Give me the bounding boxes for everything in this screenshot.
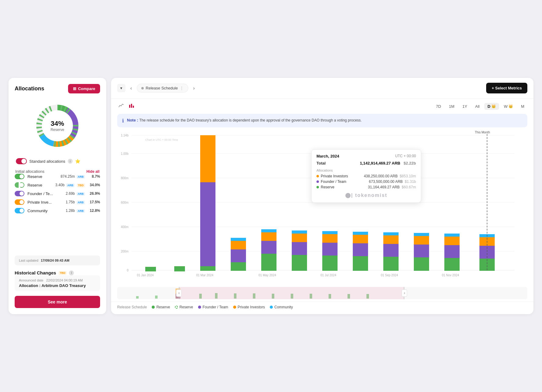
scrubber-area: ⏸ ⏸ bbox=[111, 285, 533, 302]
svg-text:01 Nov 2024: 01 Nov 2024 bbox=[442, 274, 459, 277]
initial-allocations-section: Initial allocations Hide all Reserve 874… bbox=[15, 169, 100, 213]
dropdown-button[interactable]: ▾ bbox=[117, 84, 125, 92]
alloc-item-private: Private Inve... 1.75b ARB 17.5% bbox=[15, 199, 100, 205]
alloc-toggle-reserve-1[interactable] bbox=[15, 174, 24, 179]
svg-rect-6 bbox=[129, 105, 130, 108]
right-panel: ▾ ‹ Release Schedule ⋮ › + Select Metric… bbox=[111, 78, 533, 314]
svg-rect-37 bbox=[292, 255, 307, 271]
nav-next-button[interactable]: › bbox=[191, 84, 197, 92]
chart-header-left: ▾ ‹ Release Schedule ⋮ › bbox=[117, 84, 197, 93]
svg-text:01 Mar 2024: 01 Mar 2024 bbox=[196, 274, 214, 277]
svg-text:200m: 200m bbox=[121, 250, 128, 253]
alloc-pct-community: 12.8% bbox=[89, 209, 100, 213]
legend-item-reserve: Reserve bbox=[152, 305, 170, 309]
schedule-pill[interactable]: Release Schedule ⋮ bbox=[137, 84, 188, 93]
alloc-toggle-founder[interactable] bbox=[15, 191, 24, 196]
time-m-button[interactable]: M bbox=[518, 103, 527, 110]
tooltip-row-private: Private Investors 438,250,000.00 ARB $85… bbox=[316, 174, 416, 178]
legend-item-reserve-dashed: Reserve bbox=[175, 305, 193, 309]
svg-text:600m: 600m bbox=[121, 201, 128, 204]
svg-rect-56 bbox=[414, 233, 429, 236]
tooltip-header: March, 2024 UTC + 00:00 bbox=[316, 154, 416, 158]
time-1y-button[interactable]: 1Y bbox=[459, 103, 470, 110]
svg-rect-25 bbox=[174, 266, 185, 271]
alloc-item-reserve-1: Reserve 874.25m ARB 8.7% bbox=[15, 174, 100, 179]
scrubber-track[interactable]: ⏸ ⏸ bbox=[117, 287, 527, 299]
alloc-section-header: Initial allocations Hide all bbox=[15, 169, 100, 174]
legend-dot-founder bbox=[198, 306, 201, 309]
scrubber-handle-left[interactable]: ⏸ bbox=[176, 289, 182, 297]
panel-header: Allocations ⊞ Compare bbox=[15, 84, 100, 93]
compare-button[interactable]: ⊞ Compare bbox=[68, 84, 100, 93]
alloc-name-reserve-1: Reserve bbox=[27, 174, 57, 179]
svg-rect-51 bbox=[383, 235, 399, 244]
svg-rect-24 bbox=[145, 267, 156, 271]
historical-title: Historical Changes bbox=[15, 270, 56, 275]
time-all-button[interactable]: All bbox=[472, 103, 482, 110]
time-d-button[interactable]: D 👑 bbox=[484, 103, 499, 110]
svg-rect-36 bbox=[261, 229, 276, 232]
legend-item-community: Community bbox=[270, 305, 293, 309]
svg-rect-47 bbox=[353, 235, 368, 243]
tooltip-row-founder: Founder / Team 673,500,000.00 ARB $1.31b bbox=[316, 180, 416, 184]
svg-rect-53 bbox=[414, 257, 429, 271]
scrubber-handle-right[interactable]: ⏸ bbox=[402, 289, 407, 297]
historical-date: Announced date 22/02/2024 04:00:19 AM bbox=[19, 278, 96, 282]
alloc-toggle-private[interactable] bbox=[15, 199, 24, 205]
crown-w-icon: 👑 bbox=[508, 104, 513, 108]
svg-text:This Month: This Month bbox=[475, 131, 490, 134]
svg-rect-27 bbox=[200, 182, 215, 266]
svg-rect-57 bbox=[444, 258, 460, 271]
tooltip-total-label: Total bbox=[316, 161, 326, 165]
svg-rect-8 bbox=[133, 106, 134, 108]
svg-rect-35 bbox=[261, 232, 276, 241]
see-more-button[interactable]: See more bbox=[15, 296, 100, 308]
line-chart-icon[interactable] bbox=[117, 102, 125, 111]
legend-dot-reserve bbox=[152, 306, 155, 309]
bar-chart-icon[interactable] bbox=[128, 102, 136, 111]
alloc-toggle-reserve-2[interactable] bbox=[15, 182, 24, 188]
svg-text:800m: 800m bbox=[121, 176, 128, 180]
donut-center: 34% Reserve bbox=[51, 120, 64, 132]
select-metrics-button[interactable]: + Select Metrics bbox=[486, 83, 527, 93]
historical-info-icon[interactable]: i bbox=[69, 270, 74, 275]
svg-text:Chart in UTC + 00:00 Time: Chart in UTC + 00:00 Time bbox=[145, 138, 178, 141]
svg-rect-41 bbox=[322, 256, 338, 271]
standard-allocations-row: Standard allocations i ⭐ bbox=[15, 158, 100, 164]
time-w-button[interactable]: W 👑 bbox=[501, 103, 516, 110]
svg-rect-30 bbox=[231, 249, 246, 262]
historical-card: Announced date 22/02/2024 04:00:19 AM Al… bbox=[15, 275, 100, 291]
standard-allocations-toggle[interactable] bbox=[16, 158, 27, 164]
svg-rect-38 bbox=[292, 242, 307, 255]
hide-all-button[interactable]: Hide all bbox=[86, 169, 99, 174]
alloc-toggle-community[interactable] bbox=[15, 208, 24, 213]
legend-title: Release Schedule bbox=[117, 305, 147, 309]
chart-area: 1.14b 1.00b 800m 600m 400m 200m 0 bbox=[111, 131, 533, 285]
svg-rect-45 bbox=[353, 256, 368, 271]
svg-rect-52 bbox=[383, 232, 399, 235]
tooltip-total-value: 1,142,914,469.27 ARB $2.22b bbox=[360, 161, 416, 165]
svg-rect-44 bbox=[322, 231, 338, 234]
alloc-name-private: Private Inve... bbox=[27, 200, 63, 205]
svg-rect-60 bbox=[444, 234, 460, 237]
legend-item-private: Private Investors bbox=[233, 305, 265, 309]
alloc-pct-reserve-2: 34.0% bbox=[89, 183, 100, 187]
note-icon: ℹ bbox=[122, 118, 124, 124]
time-7d-button[interactable]: 7D bbox=[433, 103, 444, 110]
svg-rect-43 bbox=[322, 234, 338, 243]
alloc-amount-reserve-2: 3.40b ARB TBD bbox=[55, 183, 85, 187]
donut-chart: 34% Reserve bbox=[15, 98, 100, 153]
info-icon[interactable]: i bbox=[68, 159, 73, 164]
crown-d-icon: 👑 bbox=[491, 104, 496, 108]
time-controls: 7D 1M 1Y All D 👑 W 👑 M bbox=[433, 103, 527, 110]
time-1m-button[interactable]: 1M bbox=[446, 103, 457, 110]
watermark: ⬤| tokenomist bbox=[316, 192, 416, 198]
svg-rect-26 bbox=[200, 266, 215, 271]
alloc-section-title: Initial allocations bbox=[15, 169, 44, 174]
legend-dot-private bbox=[233, 306, 236, 309]
tooltip-dot-founder bbox=[316, 180, 319, 183]
nav-prev-button[interactable]: ‹ bbox=[128, 84, 134, 92]
chart-toolbar: 7D 1M 1Y All D 👑 W 👑 M bbox=[111, 99, 533, 114]
historical-tbd-badge: TBD bbox=[59, 271, 67, 275]
svg-rect-74 bbox=[155, 296, 157, 299]
